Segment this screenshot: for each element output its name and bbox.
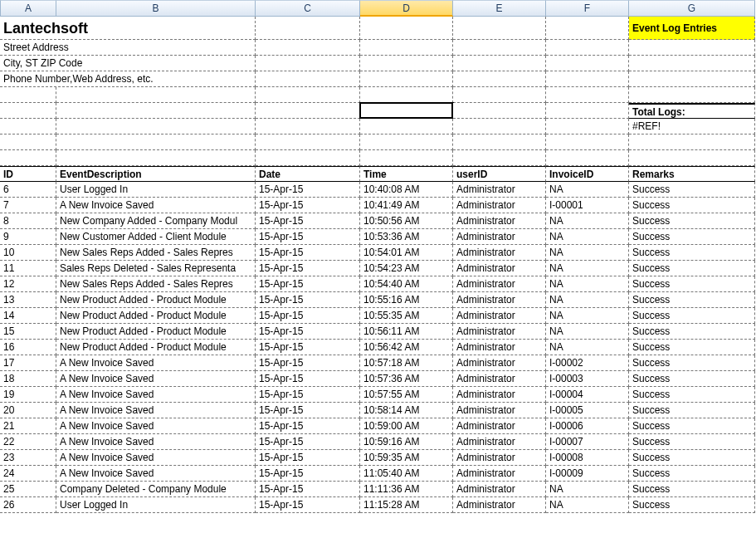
table-cell-invoice[interactable]: I-00002 xyxy=(546,355,629,371)
table-cell-user[interactable]: Administrator xyxy=(453,466,546,482)
table-cell-time[interactable]: 10:55:16 AM xyxy=(360,292,453,308)
table-cell-date[interactable]: 15-Apr-15 xyxy=(256,482,360,497)
table-cell-user[interactable]: Administrator xyxy=(453,403,546,418)
cell[interactable] xyxy=(453,87,546,103)
table-cell-date[interactable]: 15-Apr-15 xyxy=(256,340,360,355)
cell[interactable] xyxy=(360,150,453,166)
table-cell-desc[interactable]: New Product Added - Product Module xyxy=(56,324,256,340)
table-cell-date[interactable]: 15-Apr-15 xyxy=(256,450,360,466)
table-cell-remarks[interactable]: Success xyxy=(629,450,755,466)
cell[interactable] xyxy=(0,134,56,150)
cell[interactable] xyxy=(256,87,360,103)
cell[interactable] xyxy=(256,17,360,40)
table-cell-desc[interactable]: A New Invoice Saved xyxy=(56,466,256,482)
table-cell-time[interactable]: 10:59:16 AM xyxy=(360,434,453,450)
table-cell-invoice[interactable]: NA xyxy=(546,308,629,324)
table-cell-desc[interactable]: A New Invoice Saved xyxy=(56,403,256,418)
table-cell-time[interactable]: 10:57:18 AM xyxy=(360,355,453,371)
cell[interactable] xyxy=(56,150,256,166)
table-header-remarks[interactable]: Remarks xyxy=(629,166,755,182)
table-cell-date[interactable]: 15-Apr-15 xyxy=(256,418,360,434)
table-cell-desc[interactable]: User Logged In xyxy=(56,182,256,198)
table-cell-desc[interactable]: User Logged In xyxy=(56,497,256,513)
table-cell-invoice[interactable]: NA xyxy=(546,261,629,276)
table-cell-remarks[interactable]: Success xyxy=(629,198,755,213)
table-cell-time[interactable]: 10:50:56 AM xyxy=(360,213,453,229)
table-cell-invoice[interactable]: I-00008 xyxy=(546,450,629,466)
column-header-d[interactable]: D xyxy=(360,0,453,17)
table-cell-invoice[interactable]: I-00005 xyxy=(546,403,629,418)
table-cell-remarks[interactable]: Success xyxy=(629,482,755,497)
cell[interactable] xyxy=(360,40,453,56)
table-cell-user[interactable]: Administrator xyxy=(453,497,546,513)
table-cell-user[interactable]: Administrator xyxy=(453,292,546,308)
table-header-desc[interactable]: EventDescription xyxy=(56,166,256,182)
table-cell-remarks[interactable]: Success xyxy=(629,324,755,340)
table-cell-user[interactable]: Administrator xyxy=(453,198,546,213)
table-cell-remarks[interactable]: Success xyxy=(629,182,755,198)
table-cell-desc[interactable]: A New Invoice Saved xyxy=(56,371,256,387)
cell[interactable] xyxy=(453,134,546,150)
table-cell-time[interactable]: 11:15:28 AM xyxy=(360,497,453,513)
table-cell-time[interactable]: 10:54:40 AM xyxy=(360,276,453,292)
table-cell-user[interactable]: Administrator xyxy=(453,229,546,245)
table-cell-time[interactable]: 10:58:14 AM xyxy=(360,403,453,418)
table-cell-remarks[interactable]: Success xyxy=(629,434,755,450)
table-cell-desc[interactable]: A New Invoice Saved xyxy=(56,450,256,466)
table-cell-user[interactable]: Administrator xyxy=(453,213,546,229)
table-cell-id[interactable]: 15 xyxy=(0,324,56,340)
table-cell-id[interactable]: 14 xyxy=(0,308,56,324)
table-cell-user[interactable]: Administrator xyxy=(453,245,546,261)
cell[interactable] xyxy=(56,119,256,134)
company-city[interactable]: City, ST ZIP Code xyxy=(0,56,256,71)
cell[interactable] xyxy=(0,87,56,103)
table-cell-time[interactable]: 10:57:55 AM xyxy=(360,387,453,403)
table-cell-desc[interactable]: New Product Added - Product Module xyxy=(56,292,256,308)
table-cell-invoice[interactable]: I-00009 xyxy=(546,466,629,482)
cell[interactable] xyxy=(360,56,453,71)
table-cell-time[interactable]: 10:40:08 AM xyxy=(360,182,453,198)
cell[interactable] xyxy=(256,150,360,166)
table-cell-id[interactable]: 16 xyxy=(0,340,56,355)
table-cell-desc[interactable]: New Product Added - Product Module xyxy=(56,340,256,355)
column-header-e[interactable]: E xyxy=(453,0,546,17)
table-cell-user[interactable]: Administrator xyxy=(453,355,546,371)
table-cell-remarks[interactable]: Success xyxy=(629,371,755,387)
table-cell-time[interactable]: 10:56:11 AM xyxy=(360,324,453,340)
cell[interactable] xyxy=(546,119,629,134)
cell[interactable] xyxy=(546,56,629,71)
table-cell-date[interactable]: 15-Apr-15 xyxy=(256,198,360,213)
cell[interactable] xyxy=(546,71,629,87)
table-cell-desc[interactable]: New Customer Added - Client Module xyxy=(56,229,256,245)
table-cell-time[interactable]: 10:55:35 AM xyxy=(360,308,453,324)
cell[interactable] xyxy=(453,40,546,56)
table-cell-remarks[interactable]: Success xyxy=(629,213,755,229)
table-cell-date[interactable]: 15-Apr-15 xyxy=(256,371,360,387)
table-cell-id[interactable]: 20 xyxy=(0,403,56,418)
cell[interactable] xyxy=(629,40,755,56)
cell[interactable] xyxy=(453,150,546,166)
table-cell-user[interactable]: Administrator xyxy=(453,418,546,434)
column-header-b[interactable]: B xyxy=(56,0,256,17)
table-cell-time[interactable]: 10:41:49 AM xyxy=(360,198,453,213)
cell[interactable] xyxy=(256,134,360,150)
table-cell-remarks[interactable]: Success xyxy=(629,387,755,403)
cell[interactable] xyxy=(0,103,56,119)
cell[interactable] xyxy=(453,71,546,87)
table-cell-date[interactable]: 15-Apr-15 xyxy=(256,434,360,450)
table-cell-id[interactable]: 13 xyxy=(0,292,56,308)
cell[interactable] xyxy=(629,87,755,103)
table-cell-remarks[interactable]: Success xyxy=(629,355,755,371)
table-cell-date[interactable]: 15-Apr-15 xyxy=(256,355,360,371)
table-cell-time[interactable]: 11:11:36 AM xyxy=(360,482,453,497)
table-cell-date[interactable]: 15-Apr-15 xyxy=(256,229,360,245)
table-cell-desc[interactable]: New Sales Reps Added - Sales Repres xyxy=(56,245,256,261)
cell[interactable] xyxy=(629,56,755,71)
table-cell-desc[interactable]: A New Invoice Saved xyxy=(56,418,256,434)
table-cell-remarks[interactable]: Success xyxy=(629,403,755,418)
table-cell-remarks[interactable]: Success xyxy=(629,261,755,276)
table-cell-desc[interactable]: New Company Added - Company Modul xyxy=(56,213,256,229)
cell[interactable] xyxy=(546,134,629,150)
table-cell-id[interactable]: 17 xyxy=(0,355,56,371)
table-cell-id[interactable]: 12 xyxy=(0,276,56,292)
